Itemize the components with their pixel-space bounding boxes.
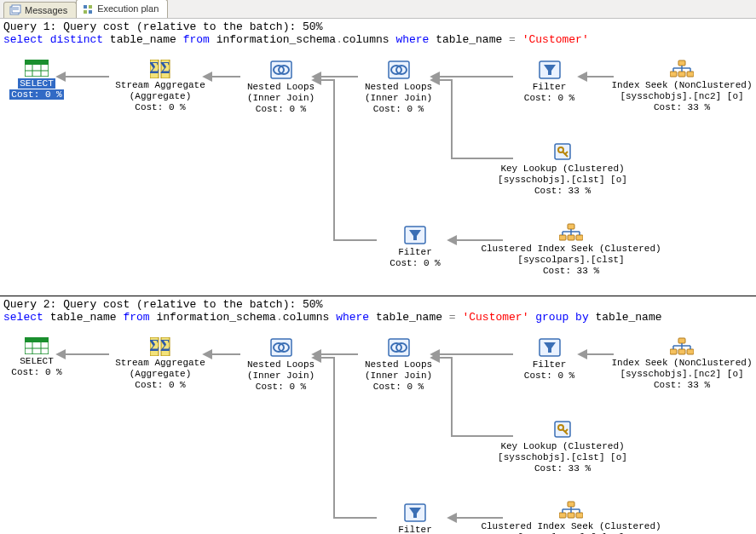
- svg-rect-33: [89, 10, 92, 14]
- node-sub: (Inner Join): [358, 93, 439, 104]
- query2-plan-canvas[interactable]: SELECT Cost: 0 % Stream Aggregate (Aggre…: [0, 324, 756, 534]
- node-key-lookup[interactable]: Key Lookup (Clustered) [sysschobjs].[cls…: [490, 141, 635, 197]
- node-key-lookup[interactable]: Key Lookup (Clustered) [sysschobjs].[cls…: [490, 419, 635, 474]
- node-title: Filter: [377, 247, 453, 258]
- sql-op: =: [449, 311, 456, 324]
- node-cost: Cost: 0 %: [513, 93, 586, 104]
- node-sub: [syscolpars].[clst]: [477, 255, 665, 266]
- node-cost: Cost: 0 %: [513, 370, 586, 382]
- sql-keyword: by: [575, 311, 589, 324]
- node-cost: Cost: 0 %: [109, 102, 211, 113]
- node-nested-loops-1[interactable]: Nested Loops (Inner Join) Cost: 0 %: [240, 60, 321, 115]
- sql-col: table_name: [110, 33, 176, 46]
- node-title: SELECT: [9, 356, 65, 367]
- node-stream-aggregate[interactable]: Stream Aggregate (Aggregate) Cost: 0 %: [109, 337, 211, 391]
- node-sub: (Inner Join): [240, 370, 321, 382]
- node-sub: [sysschobjs].[nc2] [o]: [609, 91, 754, 102]
- node-cost: Cost: 0 %: [9, 89, 63, 100]
- node-title: Stream Aggregate: [109, 358, 211, 369]
- query1-plan-canvas[interactable]: SELECT Cost: 0 % Stream Aggregate (Aggre…: [0, 46, 756, 296]
- node-index-seek[interactable]: Index Seek (NonClustered) [sysschobjs].[…: [609, 60, 754, 113]
- sql-ident: columns: [283, 311, 330, 324]
- tab-messages-label: Messages: [25, 5, 67, 16]
- sql-keyword: where: [336, 311, 369, 324]
- node-cost: Cost: 0 %: [109, 380, 211, 391]
- sql-keyword: where: [395, 33, 429, 46]
- sql-col: table_name: [376, 311, 442, 324]
- node-title: SELECT: [18, 78, 55, 89]
- query2-cost-line: Query 2: Query cost (relative to the bat…: [3, 298, 322, 311]
- svg-rect-30: [84, 5, 87, 9]
- sql-ident: columns: [343, 33, 390, 46]
- svg-rect-31: [89, 5, 92, 9]
- node-title: Index Seek (NonClustered): [609, 80, 754, 91]
- query1-cost-line: Query 1: Query cost (relative to the bat…: [3, 20, 322, 33]
- node-title: Filter: [513, 359, 586, 370]
- node-title: Stream Aggregate: [109, 80, 211, 91]
- node-cost: Cost: 33 %: [477, 266, 665, 277]
- node-cost: Cost: 0 %: [358, 382, 439, 393]
- node-title: Nested Loops: [358, 359, 439, 370]
- node-clustered-index-seek[interactable]: Clustered Index Seek (Clustered) [syscol…: [477, 501, 665, 534]
- execution-plan-panel: Query 1: Query cost (relative to the bat…: [0, 19, 756, 534]
- tab-messages[interactable]: Messages: [3, 2, 77, 18]
- node-sub: [sysschobjs].[clst] [o]: [490, 452, 635, 463]
- result-tabs: Messages Execution plan: [0, 0, 756, 19]
- sql-ident: information_schema: [156, 311, 275, 324]
- sql-col: table_name: [436, 33, 502, 46]
- node-cost: Cost: 0 %: [9, 367, 65, 378]
- node-cost: Cost: 0 %: [377, 258, 453, 269]
- node-nested-loops-2[interactable]: Nested Loops (Inner Join) Cost: 0 %: [358, 60, 439, 115]
- query1-block: Query 1: Query cost (relative to the bat…: [0, 19, 756, 296]
- messages-icon: [9, 4, 21, 16]
- node-filter-2[interactable]: Filter Cost: 0 %: [377, 502, 453, 534]
- sql-literal: 'Customer': [522, 33, 589, 46]
- node-cost: Cost: 33 %: [609, 380, 754, 391]
- node-sub: (Aggregate): [109, 369, 211, 380]
- node-stream-aggregate[interactable]: Stream Aggregate (Aggregate) Cost: 0 %: [109, 60, 211, 113]
- sql-keyword: distinct: [50, 33, 103, 46]
- node-nested-loops-2[interactable]: Nested Loops (Inner Join) Cost: 0 %: [358, 337, 439, 393]
- sql-op: =: [509, 33, 516, 46]
- node-filter-2[interactable]: Filter Cost: 0 %: [377, 225, 453, 269]
- node-cost: Cost: 0 %: [240, 382, 321, 393]
- node-filter-1[interactable]: Filter Cost: 0 %: [513, 60, 586, 104]
- node-index-seek[interactable]: Index Seek (NonClustered) [sysschobjs].[…: [609, 337, 754, 391]
- node-sub: (Aggregate): [109, 91, 211, 102]
- node-cost: Cost: 33 %: [490, 463, 635, 474]
- node-title: Clustered Index Seek (Clustered): [477, 244, 665, 255]
- sql-col: table_name: [596, 311, 662, 324]
- node-sub: [sysschobjs].[nc2] [o]: [609, 369, 754, 380]
- svg-rect-32: [84, 10, 87, 14]
- tab-plan-label: Execution plan: [97, 3, 159, 14]
- tab-execution-plan[interactable]: Execution plan: [76, 0, 168, 18]
- node-sub: (Inner Join): [358, 370, 439, 382]
- node-clustered-index-seek[interactable]: Clustered Index Seek (Clustered) [syscol…: [477, 223, 665, 277]
- node-sub: (Inner Join): [240, 93, 321, 104]
- node-filter-1[interactable]: Filter Cost: 0 %: [513, 337, 586, 382]
- query2-block: Query 2: Query cost (relative to the bat…: [0, 296, 756, 534]
- query1-header: Query 1: Query cost (relative to the bat…: [0, 19, 756, 46]
- node-title: Nested Loops: [358, 82, 439, 93]
- sql-col: table_name: [50, 311, 117, 324]
- node-title: Key Lookup (Clustered): [490, 441, 635, 452]
- sql-literal: 'Customer': [462, 311, 528, 324]
- node-cost: Cost: 33 %: [490, 186, 635, 197]
- sql-keyword: group: [535, 311, 568, 324]
- node-cost: Cost: 33 %: [609, 102, 754, 113]
- node-cost: Cost: 0 %: [358, 104, 439, 115]
- sql-dot: .: [276, 311, 283, 324]
- node-title: Nested Loops: [240, 359, 321, 370]
- query2-header: Query 2: Query cost (relative to the bat…: [0, 296, 756, 324]
- node-title: Nested Loops: [240, 82, 321, 93]
- node-title: Clustered Index Seek (Clustered): [477, 521, 665, 532]
- sql-keyword: from: [183, 33, 210, 46]
- node-select[interactable]: SELECT Cost: 0 %: [9, 60, 65, 100]
- sql-ident: information_schema: [216, 33, 336, 46]
- node-nested-loops-1[interactable]: Nested Loops (Inner Join) Cost: 0 %: [240, 337, 321, 393]
- node-select[interactable]: SELECT Cost: 0 %: [9, 337, 65, 378]
- node-sub: [sysschobjs].[clst] [o]: [490, 175, 635, 186]
- node-title: Filter: [377, 525, 453, 534]
- sql-keyword: select: [3, 33, 43, 46]
- node-cost: Cost: 0 %: [240, 104, 321, 115]
